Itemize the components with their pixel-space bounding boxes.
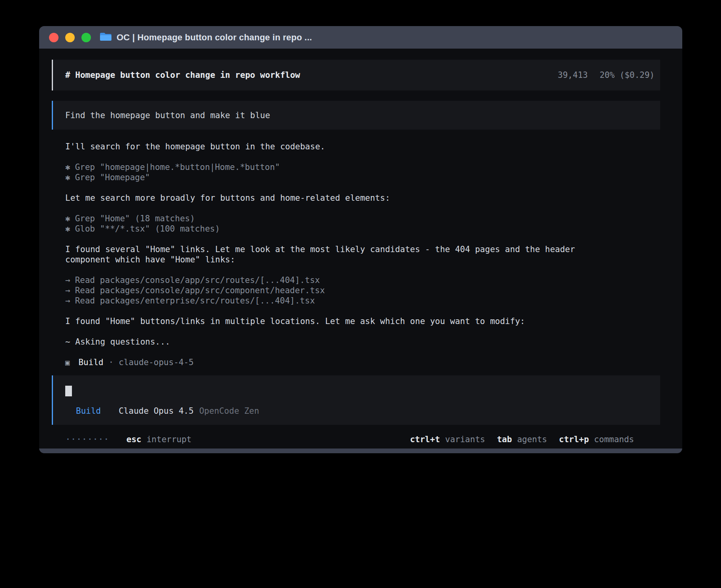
tool-call: ✱Grep "Home" (18 matches) [65,213,660,224]
shortcut-agents: tab agents [497,434,547,445]
session-header: # Homepage button color change in repo w… [52,60,660,90]
tool-call: ✱Grep "homepage|home.*button|Home.*butto… [65,162,660,172]
close-button[interactable] [49,33,59,42]
session-stats: 39,413 20% ($0.29) [558,70,655,80]
agent-square-icon: ▣ [65,357,70,368]
tool-call-group: ✱Grep "Home" (18 matches) ✱Glob "**/*.ts… [65,213,660,234]
session-title: # Homepage button color change in repo w… [65,70,300,80]
shortcut-key: ctrl+p [559,434,589,445]
shortcut-interrupt: esc interrupt [126,434,192,445]
read-call: →Read packages/console/app/src/component… [65,285,660,296]
shortcut-key: ctrl+t [410,434,440,445]
assistant-text: I found several "Home" links. Let me loo… [65,244,583,265]
tool-call: ✱Glob "**/*.tsx" (100 matches) [65,224,660,234]
shortcut-label: interrupt [147,434,192,445]
window-bottom-edge [39,449,682,453]
text-cursor [65,386,72,396]
token-count: 39,413 [558,70,588,80]
assistant-text: Let me search more broadly for buttons a… [65,193,583,203]
assistant-text: I'll search for the homepage button in t… [65,141,583,152]
agent-badge: ▣ Build · claude-opus-4-5 [65,357,660,368]
tool-label: Grep "Home" (18 matches) [75,214,195,223]
shortcut-key: tab [497,434,512,445]
context-cost: 20% ($0.29) [600,70,655,80]
asking-status: ~ Asking questions... [65,337,660,347]
asterisk-icon: ✱ [65,213,70,224]
folder-icon [100,32,111,43]
shortcut-label: variants [445,434,485,445]
user-message: Find the homepage button and make it blu… [52,101,660,130]
tool-call-group: ✱Grep "homepage|home.*button|Home.*butto… [65,162,660,183]
agent-separator: · [109,357,114,368]
tool-label: Grep "homepage|home.*button|Home.*button… [75,162,280,172]
shortcut-label: commands [594,434,634,445]
read-label: Read packages/enterprise/src/routes/[...… [75,296,315,305]
tool-label: Glob "**/*.tsx" (100 matches) [75,224,220,234]
asterisk-icon: ✱ [65,162,70,172]
prompt-input[interactable]: Build Claude Opus 4.5 OpenCode Zen [52,375,660,425]
shortcut-commands: ctrl+p commands [559,434,634,445]
read-label: Read packages/console/app/src/routes/[..… [75,275,320,285]
input-footer: Build Claude Opus 4.5 OpenCode Zen [65,406,651,416]
shortcut-label: agents [517,434,547,445]
read-call: →Read packages/enterprise/src/routes/[..… [65,296,660,306]
window-title: OC | Homepage button color change in rep… [117,32,312,43]
shortcut-key: esc [126,434,142,445]
zoom-button[interactable] [81,33,91,42]
arrow-right-icon: → [65,285,70,296]
read-call-group: →Read packages/console/app/src/routes/[.… [65,275,660,306]
assistant-response: I'll search for the homepage button in t… [52,141,660,368]
loading-spinner: ········ [65,434,109,444]
agent-model: claude-opus-4-5 [119,357,194,368]
terminal-content: # Homepage button color change in repo w… [39,49,682,445]
provider-label: OpenCode Zen [199,406,259,416]
arrow-right-icon: → [65,275,70,285]
titlebar: OC | Homepage button color change in rep… [39,26,682,49]
agent-mode-label: Build [76,406,101,416]
asterisk-icon: ✱ [65,172,70,183]
read-call: →Read packages/console/app/src/routes/[.… [65,275,660,285]
assistant-text: I found "Home" buttons/links in multiple… [65,316,583,326]
tool-call: ✱Grep "Homepage" [65,172,660,183]
status-bar: ········ esc interrupt ctrl+t variants t… [52,434,660,445]
window-title-group: OC | Homepage button color change in rep… [100,32,312,43]
user-message-text: Find the homepage button and make it blu… [65,110,270,121]
minimize-button[interactable] [65,33,75,42]
agent-name: Build [78,357,103,368]
read-label: Read packages/console/app/src/component/… [75,286,325,295]
model-label: Claude Opus 4.5 [119,406,194,416]
asterisk-icon: ✱ [65,224,70,234]
traffic-lights [49,33,91,42]
tool-label: Grep "Homepage" [75,173,150,182]
arrow-right-icon: → [65,296,70,306]
terminal-window: OC | Homepage button color change in rep… [39,26,682,453]
shortcut-variants: ctrl+t variants [410,434,485,445]
